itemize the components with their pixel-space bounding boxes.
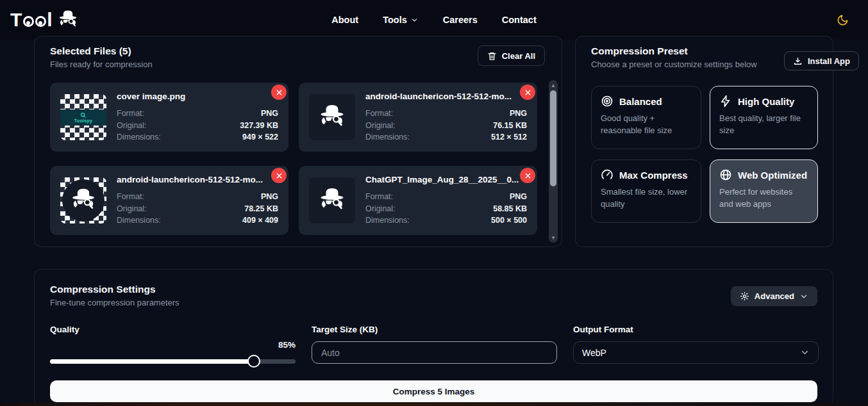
format-value: PNG <box>510 192 527 202</box>
preset-description: Smallest file size, lower quality <box>601 186 692 211</box>
original-value: 58.85 KB <box>493 204 527 215</box>
settings-controls: Quality 85% Target Size (KB) Output Form… <box>50 325 819 368</box>
trash-icon <box>487 51 497 61</box>
scrollbar-thumb[interactable] <box>550 90 556 186</box>
files-scrollbar[interactable]: ▲ ▼ <box>549 80 558 243</box>
scrollbar-down-arrow[interactable]: ▼ <box>549 233 558 242</box>
chevron-down-icon <box>410 16 419 24</box>
spy-icon <box>316 184 348 216</box>
preset-subtitle: Choose a preset or customize settings be… <box>591 60 757 69</box>
target-size-label: Target Size (KB) <box>312 325 557 334</box>
gauge-icon <box>601 168 613 181</box>
navbar: T l About Tools Careers Contact <box>0 0 868 40</box>
preset-description: Best quality, larger file size <box>719 113 808 137</box>
moon-icon <box>837 14 849 26</box>
nav-contact[interactable]: Contact <box>502 15 537 25</box>
file-info: cover image.png Format:PNG Original:327.… <box>117 92 278 143</box>
file-info: android-launchericon-512-512-mo... Forma… <box>365 92 527 143</box>
preset-header: Compression Preset Choose a preset or cu… <box>591 45 757 69</box>
settings-header: Compression Settings Fine-tune compressi… <box>50 284 179 307</box>
scrollbar-up-arrow[interactable]: ▲ <box>549 81 558 90</box>
original-value: 76.15 KB <box>493 121 527 131</box>
quality-slider-fill <box>50 359 254 364</box>
spy-circle <box>62 179 104 222</box>
settings-subtitle: Fine-tune compression parameters <box>50 298 179 307</box>
file-info: ChatGPT_Image_Aug_28__2025__0... Format:… <box>365 175 527 226</box>
file-card: Toolspy cover image.png Format:PNG Origi… <box>50 83 288 152</box>
dimensions-label: Dimensions: <box>365 133 410 143</box>
chevron-down-icon <box>800 348 810 357</box>
install-app-button[interactable]: Install App <box>784 51 859 70</box>
compression-settings-panel: Compression Settings Fine-tune compressi… <box>34 269 833 406</box>
quality-label: Quality <box>50 325 296 334</box>
spy-icon <box>316 101 348 133</box>
spy-icon <box>68 185 99 216</box>
file-info: android-launchericon-512-512-mo... Forma… <box>117 175 278 226</box>
quality-slider-thumb[interactable] <box>247 355 260 368</box>
preset-name: Max Compress <box>619 170 688 181</box>
dimensions-label: Dimensions: <box>117 133 161 143</box>
advanced-button[interactable]: Advanced <box>731 286 817 306</box>
original-value: 327.39 KB <box>240 121 278 131</box>
preset-web-optimized[interactable]: Web Optimized Perfect for websites and w… <box>710 159 818 223</box>
target-icon <box>601 95 613 108</box>
nav-links: About Tools Careers Contact <box>0 0 868 40</box>
format-label: Format: <box>117 192 144 202</box>
spy-square-thumbnail <box>309 94 355 140</box>
nav-tools[interactable]: Tools <box>383 15 419 25</box>
preset-name: High Quality <box>738 96 794 107</box>
globe-icon <box>719 168 732 181</box>
file-name: android-launchericon-512-512-mo... <box>365 92 527 101</box>
nav-careers[interactable]: Careers <box>443 15 478 25</box>
file-card: ChatGPT_Image_Aug_28__2025__0... Format:… <box>299 166 537 235</box>
nav-about[interactable]: About <box>331 15 358 25</box>
output-format-control: Output Format WebP <box>573 325 819 368</box>
preset-max-compress[interactable]: Max Compress Smallest file size, lower q… <box>591 159 701 223</box>
dimensions-value: 949 × 522 <box>242 133 278 143</box>
theme-toggle-button[interactable] <box>832 10 853 30</box>
dimensions-value: 500 × 500 <box>491 216 527 226</box>
quality-slider[interactable] <box>50 355 296 368</box>
target-size-input[interactable] <box>312 341 557 364</box>
original-label: Original: <box>365 121 396 131</box>
file-card: android-launchericon-512-512-mo... Forma… <box>299 83 537 152</box>
bottom-section-edge <box>0 402 868 406</box>
output-format-select[interactable]: WebP <box>573 341 819 364</box>
output-format-value: WebP <box>582 348 606 358</box>
quality-value: 85% <box>50 340 296 350</box>
download-icon <box>793 56 803 66</box>
dimensions-label: Dimensions: <box>117 216 161 226</box>
format-label: Format: <box>117 109 144 119</box>
target-size-control: Target Size (KB) <box>312 325 557 368</box>
cover-band: Toolspy <box>60 110 106 126</box>
selected-files-subtitle: Files ready for compression <box>50 60 153 69</box>
file-name: cover image.png <box>117 92 278 101</box>
dimensions-value: 409 × 409 <box>242 216 278 226</box>
clear-all-button[interactable]: Clear All <box>478 45 545 66</box>
preset-balanced[interactable]: Balanced Good quality + reasonable file … <box>591 86 701 149</box>
original-label: Original: <box>365 204 396 215</box>
spy-circle-thumbnail <box>60 177 106 223</box>
original-label: Original: <box>117 204 147 215</box>
format-label: Format: <box>365 192 393 202</box>
advanced-label: Advanced <box>755 291 794 301</box>
file-name: ChatGPT_Image_Aug_28__2025__0... <box>365 175 527 184</box>
file-card: android-launchericon-512-512-mo... Forma… <box>50 166 288 235</box>
original-label: Original: <box>117 121 147 131</box>
selected-files-panel: Selected Files (5) Files ready for compr… <box>34 36 562 247</box>
magnifier-icon <box>80 112 87 118</box>
files-grid: Toolspy cover image.png Format:PNG Origi… <box>50 83 537 235</box>
format-value: PNG <box>261 192 278 202</box>
compress-images-button[interactable]: Compress 5 Images <box>50 380 817 402</box>
format-value: PNG <box>510 109 527 119</box>
format-value: PNG <box>261 109 278 119</box>
format-label: Format: <box>365 109 393 119</box>
gear-icon <box>740 291 749 301</box>
thumb-brand-text: Toolspy <box>74 118 92 123</box>
quality-control: Quality 85% <box>50 325 296 368</box>
spy-square-thumbnail <box>309 177 355 223</box>
preset-description: Perfect for websites and web apps <box>719 186 808 211</box>
preset-high-quality[interactable]: High Quality Best quality, larger file s… <box>710 86 818 149</box>
preset-name: Balanced <box>619 96 662 107</box>
zap-icon <box>719 95 732 108</box>
